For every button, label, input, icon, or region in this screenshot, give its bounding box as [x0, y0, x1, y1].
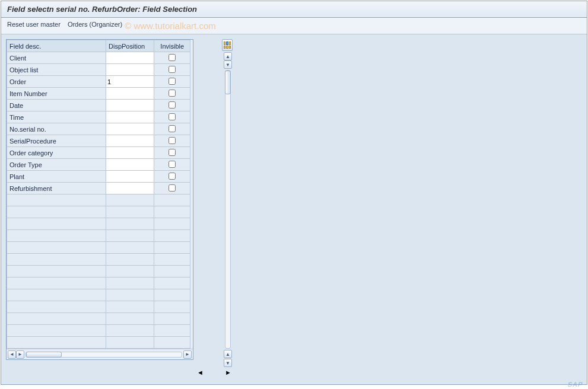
- cell-field-desc[interactable]: Plant: [7, 171, 106, 183]
- cell-disp-position[interactable]: [106, 123, 154, 135]
- cell-disp-position[interactable]: [106, 135, 154, 147]
- scroll-right-icon[interactable]: ►: [183, 350, 192, 359]
- side-scroll-right-icon[interactable]: ►: [225, 369, 231, 376]
- disp-position-input[interactable]: [106, 125, 154, 134]
- table-row[interactable]: Plant: [7, 171, 190, 183]
- cell-invisible[interactable]: [154, 147, 190, 159]
- table-row[interactable]: Date: [7, 100, 190, 111]
- invisible-checkbox[interactable]: [169, 184, 176, 192]
- cell-disp-position[interactable]: [106, 111, 154, 123]
- invisible-checkbox[interactable]: [169, 113, 176, 120]
- cell-field-desc[interactable]: Order Type: [7, 159, 106, 171]
- scroll-down-step-icon[interactable]: ▼: [224, 60, 232, 69]
- invisible-checkbox[interactable]: [169, 161, 176, 168]
- cell-field-desc[interactable]: Client: [7, 52, 106, 64]
- empty-cell: [7, 230, 106, 242]
- col-invisible[interactable]: Invisible: [154, 40, 190, 52]
- cell-invisible[interactable]: [154, 123, 190, 135]
- cell-field-desc[interactable]: SerialProcedure: [7, 135, 106, 147]
- table-row[interactable]: Refurbishment: [7, 183, 190, 194]
- reset-user-master-button[interactable]: Reset user master: [7, 21, 61, 31]
- h-scroll-track[interactable]: [26, 352, 182, 358]
- invisible-checkbox[interactable]: [169, 125, 176, 132]
- disp-position-input[interactable]: [106, 65, 154, 75]
- cell-field-desc[interactable]: Refurbishment: [7, 183, 106, 194]
- cell-disp-position[interactable]: [106, 100, 154, 111]
- cell-invisible[interactable]: [154, 52, 190, 64]
- side-horizontal-scrollbar[interactable]: ◄ ►: [197, 367, 231, 378]
- table-row[interactable]: No.serial no.: [7, 123, 190, 135]
- invisible-checkbox[interactable]: [169, 90, 176, 97]
- cell-invisible[interactable]: [154, 64, 190, 76]
- disp-position-input[interactable]: [106, 160, 154, 170]
- table-settings-button[interactable]: [222, 39, 233, 51]
- cell-field-desc[interactable]: Time: [7, 111, 106, 123]
- scroll-down-icon[interactable]: ▼: [224, 359, 232, 367]
- cell-disp-position[interactable]: [106, 88, 154, 100]
- table-row[interactable]: Order: [7, 76, 190, 88]
- disp-position-input[interactable]: [106, 172, 154, 181]
- cell-field-desc[interactable]: Item Number: [7, 88, 106, 100]
- cell-disp-position[interactable]: [106, 171, 154, 183]
- cell-disp-position[interactable]: [106, 52, 154, 64]
- scroll-right-step-icon[interactable]: ►: [16, 350, 24, 359]
- table-row-empty: [7, 278, 190, 289]
- disp-position-input[interactable]: [106, 184, 154, 193]
- invisible-checkbox[interactable]: [169, 137, 176, 144]
- table-row[interactable]: Item Number: [7, 88, 190, 100]
- invisible-checkbox[interactable]: [169, 78, 176, 85]
- disp-position-input[interactable]: [106, 53, 154, 63]
- invisible-checkbox[interactable]: [169, 54, 176, 61]
- orders-organizer-button[interactable]: Orders (Organizer): [68, 21, 122, 31]
- table-row[interactable]: Order category: [7, 147, 190, 159]
- table-header-row: Field desc. DispPosition Invisible: [7, 40, 190, 52]
- cell-invisible[interactable]: [154, 183, 190, 194]
- col-disp-position[interactable]: DispPosition: [106, 40, 154, 52]
- table-row[interactable]: Object list: [7, 64, 190, 76]
- cell-invisible[interactable]: [154, 100, 190, 111]
- cell-disp-position[interactable]: [106, 159, 154, 171]
- disp-position-input[interactable]: [106, 136, 154, 146]
- invisible-checkbox[interactable]: [169, 149, 176, 156]
- disp-position-input[interactable]: [106, 148, 154, 158]
- cell-invisible[interactable]: [154, 171, 190, 183]
- invisible-checkbox[interactable]: [169, 101, 176, 109]
- disp-position-input[interactable]: [106, 101, 154, 110]
- cell-field-desc[interactable]: No.serial no.: [7, 123, 106, 135]
- side-scroll-left-icon[interactable]: ◄: [197, 369, 204, 376]
- cell-field-desc[interactable]: Object list: [7, 64, 106, 76]
- cell-invisible[interactable]: [154, 88, 190, 100]
- empty-cell: [7, 278, 106, 289]
- horizontal-scrollbar[interactable]: ◄ ► ►: [7, 349, 193, 359]
- cell-disp-position[interactable]: [106, 76, 154, 88]
- table-row[interactable]: Client: [7, 52, 190, 64]
- disp-position-input[interactable]: [106, 113, 154, 122]
- h-scroll-thumb[interactable]: [26, 352, 62, 358]
- invisible-checkbox[interactable]: [169, 66, 176, 73]
- cell-disp-position[interactable]: [106, 64, 154, 76]
- vertical-scrollbar[interactable]: ▲ ▼ ▲ ▼: [223, 52, 233, 367]
- col-field-desc[interactable]: Field desc.: [7, 40, 106, 52]
- table-row[interactable]: SerialProcedure: [7, 135, 190, 147]
- cell-field-desc[interactable]: Date: [7, 100, 106, 111]
- scroll-left-icon[interactable]: ◄: [8, 350, 16, 359]
- v-scroll-track[interactable]: [225, 70, 231, 349]
- disp-position-input[interactable]: [106, 89, 154, 98]
- cell-field-desc[interactable]: Order: [7, 76, 106, 88]
- cell-invisible[interactable]: [154, 76, 190, 88]
- table-row[interactable]: Time: [7, 111, 190, 123]
- scroll-up-page-icon[interactable]: ▲: [224, 350, 232, 358]
- disp-position-input[interactable]: [106, 77, 154, 87]
- cell-disp-position[interactable]: [106, 183, 154, 194]
- empty-cell: [7, 254, 106, 266]
- invisible-checkbox[interactable]: [169, 173, 176, 180]
- cell-invisible[interactable]: [154, 135, 190, 147]
- cell-disp-position[interactable]: [106, 147, 154, 159]
- empty-cell: [154, 218, 190, 230]
- scroll-up-icon[interactable]: ▲: [224, 52, 232, 60]
- cell-field-desc[interactable]: Order category: [7, 147, 106, 159]
- table-row[interactable]: Order Type: [7, 159, 190, 171]
- cell-invisible[interactable]: [154, 159, 190, 171]
- v-scroll-thumb[interactable]: [225, 71, 231, 94]
- cell-invisible[interactable]: [154, 111, 190, 123]
